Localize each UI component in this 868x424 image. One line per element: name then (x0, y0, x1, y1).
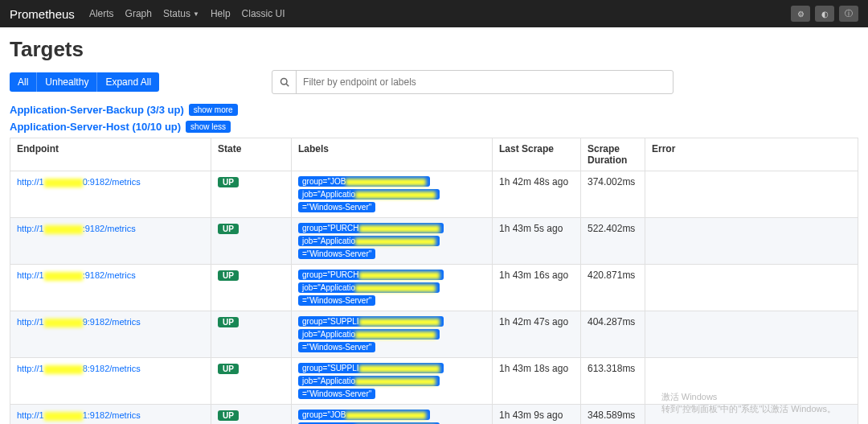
nav-right: ⚙ ◐ ⓘ (791, 6, 858, 22)
label-chip-job: job="Applicatio (298, 329, 440, 340)
label-chip-os: ="Windows-Server" (298, 295, 375, 306)
navbar: Prometheus Alerts Graph Status ▼ Help Cl… (0, 0, 868, 27)
endpoint-prefix: http://1 (17, 317, 44, 327)
filter-buttons: All Unhealthy Expand All (10, 72, 159, 92)
label-chip-group: group="PURCH (298, 223, 444, 233)
label-chip-group: group="SUPPLI (298, 316, 444, 327)
label-chips: group="JOB job="Applicatio ="Windows-Ser… (298, 410, 485, 424)
group-host-title[interactable]: Application-Server-Host (10/10 up) (10, 121, 181, 133)
page-title: Targets (10, 37, 858, 62)
settings-icon[interactable]: ⚙ (791, 6, 810, 22)
endpoint-prefix: http://1 (17, 270, 44, 280)
label-chips: group="PURCH job="Applicatio ="Windows-S… (298, 270, 485, 306)
state-badge: UP (218, 177, 239, 187)
last-scrape: 1h 42m 48s ago (493, 171, 581, 218)
scrape-duration: 374.002ms (581, 171, 645, 218)
col-state: State (211, 138, 292, 171)
group-backup: Application-Server-Backup (3/3 up) show … (10, 104, 858, 116)
windows-activation-watermark: 激活 Windows 转到"控制面板"中的"系统"以激活 Windows。 (661, 391, 836, 414)
last-scrape: 1h 43m 18s ago (493, 358, 581, 405)
theme-icon[interactable]: ◐ (815, 6, 834, 22)
show-less-button[interactable]: show less (186, 121, 231, 133)
label-chips: group="JOB job="Applicatio ="Windows-Ser… (298, 176, 485, 212)
redacted-ip (44, 412, 83, 421)
endpoint-prefix: http://1 (17, 224, 44, 233)
endpoint-link[interactable]: http://10:9182/metrics (17, 177, 141, 187)
label-chips: group="SUPPLI job="Applicatio ="Windows-… (298, 316, 485, 352)
label-chip-job: job="Applicatio (298, 282, 440, 293)
state-badge: UP (218, 364, 239, 374)
nav-status[interactable]: Status ▼ (163, 8, 199, 19)
label-chip-group: group="JOB (298, 176, 430, 187)
redacted-ip (44, 319, 83, 327)
show-more-button[interactable]: show more (189, 104, 238, 116)
filter-unhealthy-button[interactable]: Unhealthy (36, 72, 96, 92)
search-icon (272, 71, 297, 93)
svg-line-1 (286, 84, 289, 86)
scrape-duration: 420.871ms (581, 265, 645, 311)
scrape-duration: 404.287ms (581, 311, 645, 358)
scrape-duration: 522.402ms (581, 218, 645, 265)
label-chip-group: group="SUPPLI (298, 363, 444, 373)
expand-all-button[interactable]: Expand All (96, 72, 159, 92)
col-duration: Scrape Duration (581, 138, 645, 171)
endpoint-link[interactable]: http://11:9182/metrics (17, 410, 141, 420)
table-header-row: Endpoint State Labels Last Scrape Scrape… (10, 138, 858, 171)
error-cell (645, 171, 858, 218)
nav-classic[interactable]: Classic UI (242, 8, 285, 19)
label-chip-os: ="Windows-Server" (298, 202, 375, 212)
table-row: http://1:9182/metrics UP group="PURCH jo… (10, 265, 858, 311)
endpoint-port: :9182/metrics (83, 270, 136, 280)
endpoint-link[interactable]: http://1:9182/metrics (17, 224, 136, 233)
endpoint-prefix: http://1 (17, 364, 44, 373)
last-scrape: 1h 43m 16s ago (493, 265, 581, 311)
filter-all-button[interactable]: All (10, 72, 36, 92)
redacted-ip (44, 225, 83, 234)
table-row: http://1:9182/metrics UP group="PURCH jo… (10, 218, 858, 265)
endpoint-link[interactable]: http://18:9182/metrics (17, 364, 141, 373)
col-error: Error (645, 138, 858, 171)
scrape-duration: 613.318ms (581, 358, 645, 405)
col-last: Last Scrape (493, 138, 581, 171)
controls-row: All Unhealthy Expand All (10, 70, 858, 94)
watermark-line1: 激活 Windows (661, 391, 836, 402)
state-badge: UP (218, 224, 239, 234)
state-badge: UP (218, 270, 239, 281)
label-chip-os: ="Windows-Server" (298, 342, 375, 352)
search-input[interactable] (297, 76, 673, 88)
nav-status-label: Status (163, 8, 190, 19)
targets-table: Endpoint State Labels Last Scrape Scrape… (10, 138, 858, 424)
label-chip-group: group="JOB (298, 410, 430, 420)
error-cell (645, 265, 858, 311)
group-backup-title[interactable]: Application-Server-Backup (3/3 up) (10, 104, 184, 116)
redacted-ip (44, 365, 83, 374)
nav-help[interactable]: Help (211, 8, 231, 19)
endpoint-port: 0:9182/metrics (83, 177, 141, 187)
table-row: http://10:9182/metrics UP group="JOB job… (10, 171, 858, 218)
label-chips: group="PURCH job="Applicatio ="Windows-S… (298, 223, 485, 259)
last-scrape: 1h 43m 5s ago (493, 218, 581, 265)
nav-alerts[interactable]: Alerts (89, 8, 114, 19)
redacted-ip (44, 179, 83, 187)
watermark-line2: 转到"控制面板"中的"系统"以激活 Windows。 (661, 403, 836, 414)
endpoint-prefix: http://1 (17, 410, 44, 420)
caret-down-icon: ▼ (193, 10, 199, 18)
redacted-ip (44, 272, 83, 281)
brand[interactable]: Prometheus (10, 7, 75, 21)
endpoint-port: 1:9182/metrics (83, 410, 141, 420)
endpoint-prefix: http://1 (17, 177, 44, 187)
label-chip-job: job="Applicatio (298, 189, 440, 200)
col-endpoint: Endpoint (10, 138, 211, 171)
label-chip-job: job="Applicatio (298, 376, 440, 386)
state-badge: UP (218, 410, 239, 421)
label-chip-job: job="Applicatio (298, 236, 440, 246)
info-icon[interactable]: ⓘ (839, 6, 858, 22)
state-badge: UP (218, 317, 239, 327)
nav-graph[interactable]: Graph (125, 8, 152, 19)
search-box (272, 70, 674, 94)
table-row: http://19:9182/metrics UP group="SUPPLI … (10, 311, 858, 358)
label-chip-group: group="PURCH (298, 270, 444, 280)
endpoint-link[interactable]: http://19:9182/metrics (17, 317, 141, 327)
endpoint-port: 9:9182/metrics (83, 317, 141, 327)
endpoint-link[interactable]: http://1:9182/metrics (17, 270, 136, 280)
